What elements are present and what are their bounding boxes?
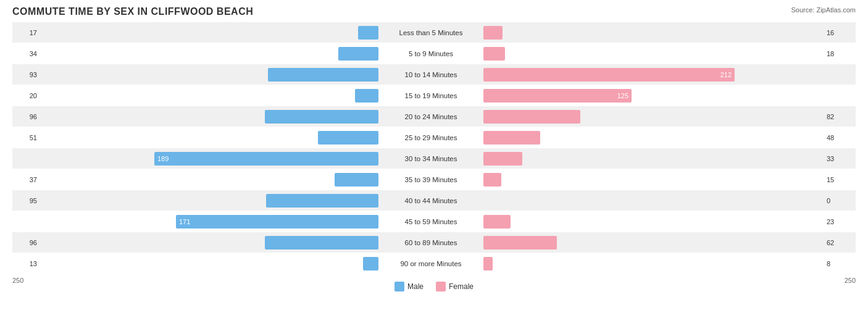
axis-right-label: 250 <box>845 277 856 292</box>
table-row: 17 Less than 5 Minutes 16 <box>12 22 856 43</box>
male-bar-container <box>37 47 378 61</box>
male-bar <box>335 173 378 187</box>
female-bar-container <box>483 110 825 124</box>
female-bar-container: 125 <box>483 89 825 103</box>
female-value: 82 <box>825 113 856 120</box>
male-bar-container: 189 <box>37 152 378 166</box>
male-bar-container <box>37 110 378 124</box>
male-value: 20 <box>12 92 37 99</box>
row-label: 30 to 34 Minutes <box>378 155 483 162</box>
male-bar <box>265 110 378 124</box>
female-bar: 212 <box>483 68 735 82</box>
male-bar <box>355 89 378 103</box>
male-value: 95 <box>12 197 37 204</box>
male-bar-container: 171 <box>37 215 378 229</box>
axis-labels: 250 Male Female 250 <box>12 277 856 292</box>
male-value: 93 <box>12 71 37 78</box>
female-bar <box>483 110 580 124</box>
male-value: 96 <box>12 239 37 246</box>
male-bar-container <box>37 68 378 82</box>
male-value: 17 <box>12 29 37 36</box>
legend: Male Female <box>394 282 474 292</box>
male-bar-container <box>37 257 378 271</box>
female-bar-container <box>483 131 825 145</box>
female-value: 16 <box>825 29 856 36</box>
table-row: 95 40 to 44 Minutes 0 <box>12 190 856 211</box>
male-value: 96 <box>12 113 37 120</box>
male-bar <box>265 236 378 250</box>
male-bar-container <box>37 194 378 208</box>
male-bar-container <box>37 236 378 250</box>
female-bar-container <box>483 194 825 208</box>
male-value: 13 <box>12 260 37 267</box>
table-row: 37 35 to 39 Minutes 15 <box>12 169 856 190</box>
female-bar <box>483 131 540 145</box>
chart-container: COMMUTE TIME BY SEX IN CLIFFWOOD BEACH S… <box>0 0 868 323</box>
row-label: 5 to 9 Minutes <box>378 50 483 57</box>
male-label: Male <box>407 282 424 291</box>
legend-female: Female <box>436 282 474 292</box>
table-row: 34 5 to 9 Minutes 18 <box>12 43 856 64</box>
table-row: 51 25 to 29 Minutes 48 <box>12 127 856 148</box>
row-label: 10 to 14 Minutes <box>378 71 483 78</box>
row-label: 35 to 39 Minutes <box>378 176 483 183</box>
table-row: 13 90 or more Minutes 8 <box>12 253 856 274</box>
female-value: 62 <box>825 239 856 246</box>
male-bar <box>268 68 378 82</box>
female-swatch <box>436 282 446 292</box>
chart-title: COMMUTE TIME BY SEX IN CLIFFWOOD BEACH <box>12 6 856 17</box>
female-value: 15 <box>825 176 856 183</box>
male-bar-container <box>37 173 378 187</box>
table-row: 96 60 to 89 Minutes 62 <box>12 232 856 253</box>
female-label: Female <box>449 282 474 291</box>
male-value: 51 <box>12 134 37 141</box>
female-bar <box>483 257 493 271</box>
male-bar <box>318 131 378 145</box>
male-bar <box>266 194 378 208</box>
female-bar <box>483 173 501 187</box>
female-bar-container <box>483 236 825 250</box>
female-bar-container <box>483 173 825 187</box>
female-bar <box>483 152 522 166</box>
chart-inner: 17 Less than 5 Minutes 16 34 5 to 9 Minu… <box>12 22 856 274</box>
female-bar <box>483 47 505 61</box>
row-label: 40 to 44 Minutes <box>378 197 483 204</box>
female-bar-container <box>483 47 825 61</box>
female-bar-container <box>483 152 825 166</box>
row-label: Less than 5 Minutes <box>378 29 483 36</box>
female-bar-container: 212 <box>483 68 825 82</box>
table-row: 171 45 to 59 Minutes 23 <box>12 211 856 232</box>
male-bar-container <box>37 26 378 40</box>
female-bar: 125 <box>483 89 632 103</box>
female-value: 8 <box>825 260 856 267</box>
male-bar <box>363 257 378 271</box>
female-value: 33 <box>825 155 856 162</box>
female-value: 23 <box>825 218 856 225</box>
female-bar-container <box>483 215 825 229</box>
table-row: 96 20 to 24 Minutes 82 <box>12 106 856 127</box>
female-bar <box>483 26 503 40</box>
female-bar-container <box>483 26 825 40</box>
female-bar <box>483 236 557 250</box>
row-label: 15 to 19 Minutes <box>378 92 483 99</box>
row-label: 60 to 89 Minutes <box>378 239 483 246</box>
male-bar: 171 <box>176 215 378 229</box>
male-bar-container <box>37 89 378 103</box>
female-value: 0 <box>825 197 856 204</box>
female-bar-container <box>483 257 825 271</box>
female-value: 48 <box>825 134 856 141</box>
male-bar <box>338 47 378 61</box>
male-value: 37 <box>12 176 37 183</box>
table-row: 189 30 to 34 Minutes 33 <box>12 148 856 169</box>
female-value: 18 <box>825 50 856 57</box>
row-label: 90 or more Minutes <box>378 260 483 267</box>
male-swatch <box>394 282 404 292</box>
row-label: 20 to 24 Minutes <box>378 113 483 120</box>
female-bar <box>483 215 511 229</box>
axis-left-label: 250 <box>12 277 23 292</box>
male-bar: 189 <box>154 152 378 166</box>
legend-male: Male <box>394 282 424 292</box>
row-label: 25 to 29 Minutes <box>378 134 483 141</box>
male-value: 34 <box>12 50 37 57</box>
row-label: 45 to 59 Minutes <box>378 218 483 225</box>
